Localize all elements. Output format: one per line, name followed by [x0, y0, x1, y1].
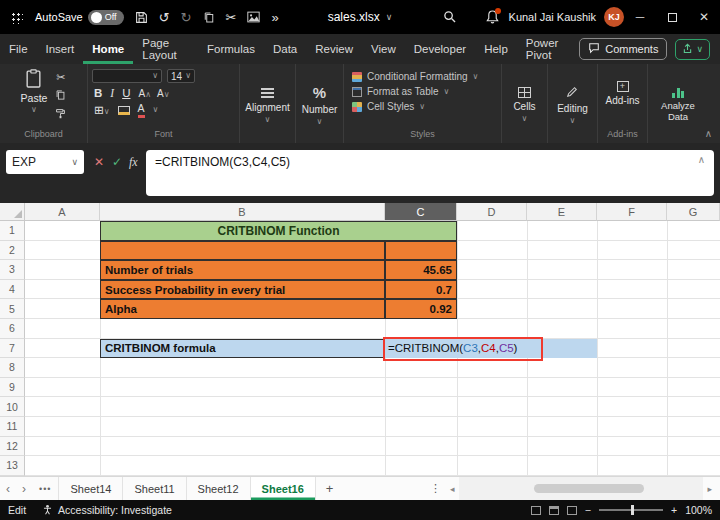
number-button[interactable]: % Number ∨: [302, 84, 338, 126]
cell-b2[interactable]: [100, 241, 385, 261]
font-color-button[interactable]: A: [138, 103, 145, 118]
row-header[interactable]: 6: [0, 319, 25, 339]
sheet-options-kebab-icon[interactable]: ⋮: [430, 482, 441, 495]
user-name[interactable]: Kunal Jai Kaushik: [509, 11, 596, 23]
page-layout-view-icon[interactable]: [549, 506, 559, 515]
column-header-f[interactable]: F: [597, 203, 667, 221]
column-header-c[interactable]: C: [385, 203, 457, 221]
copy-button[interactable]: [55, 89, 66, 103]
autosave-toggle[interactable]: AutoSave Off: [35, 10, 124, 25]
all-sheets-button[interactable]: •••: [32, 484, 58, 494]
cell-c2[interactable]: [385, 241, 457, 261]
row-header[interactable]: 3: [0, 260, 25, 280]
cut-icon[interactable]: ✂: [226, 11, 237, 24]
share-button[interactable]: ∨: [675, 39, 710, 60]
sheet-tab-sheet14[interactable]: Sheet14: [58, 477, 123, 500]
row-header[interactable]: 2: [0, 241, 25, 261]
decrease-font-button[interactable]: A∨: [157, 88, 170, 99]
search-icon[interactable]: [443, 10, 456, 23]
maximize-button[interactable]: [656, 0, 688, 34]
menu-tab-help[interactable]: Help: [475, 34, 517, 64]
save-icon[interactable]: [135, 11, 148, 24]
cell-b3-label[interactable]: Number of trials: [100, 260, 385, 280]
formula-input[interactable]: =CRITBINOM(C3,C4,C5) ∧: [146, 150, 714, 196]
sheet-tab-sheet16[interactable]: Sheet16: [251, 477, 316, 500]
image-icon[interactable]: [247, 11, 260, 23]
copy-icon[interactable]: [203, 11, 215, 24]
name-box[interactable]: EXP ∨: [6, 150, 84, 174]
column-header-b[interactable]: B: [100, 203, 385, 221]
worksheet-grid[interactable]: A B C D E F G 1 2 3 4 5 6 7 8 9 10 11 12…: [0, 203, 720, 476]
fill-color-button[interactable]: [118, 106, 130, 115]
zoom-level[interactable]: 100%: [685, 504, 712, 516]
borders-button[interactable]: ⊞∨: [94, 103, 110, 117]
cell-b5-label[interactable]: Alpha: [100, 299, 385, 319]
document-title[interactable]: sales.xlsx ∨: [328, 0, 393, 34]
prev-sheet-arrow[interactable]: ‹: [0, 482, 16, 496]
editing-button[interactable]: Editing ∨: [557, 86, 588, 125]
row-header[interactable]: 1: [0, 221, 25, 241]
undo-icon[interactable]: ↺: [159, 11, 170, 24]
zoom-slider-thumb[interactable]: [631, 505, 634, 515]
cells-button[interactable]: Cells ∨: [513, 87, 535, 123]
row-header[interactable]: 4: [0, 280, 25, 300]
collapse-formula-bar-icon[interactable]: ∧: [698, 154, 705, 165]
addins-button[interactable]: + Add-ins: [606, 81, 640, 106]
row-header[interactable]: 10: [0, 397, 25, 417]
next-sheet-arrow[interactable]: ›: [16, 482, 32, 496]
cell-b1-title[interactable]: CRITBINOM Function: [100, 221, 457, 241]
insert-function-button[interactable]: fx: [129, 156, 138, 168]
paste-button[interactable]: Paste ∨: [21, 69, 48, 121]
zoom-slider[interactable]: [599, 509, 663, 511]
collapse-ribbon-icon[interactable]: ∧: [705, 128, 712, 139]
accessibility-status[interactable]: Accessibility: Investigate: [42, 504, 172, 517]
normal-view-icon[interactable]: [531, 506, 541, 515]
menu-tab-developer[interactable]: Developer: [405, 34, 475, 64]
cell-c3-value[interactable]: 45.65: [385, 260, 457, 280]
zoom-in-button[interactable]: +: [671, 504, 677, 516]
scrollbar-thumb[interactable]: [534, 484, 644, 493]
row-header[interactable]: 12: [0, 437, 25, 457]
cell-b4-label[interactable]: Success Probability in every trial: [100, 280, 385, 300]
enter-entry-button[interactable]: ✓: [112, 156, 122, 168]
menu-tab-insert[interactable]: Insert: [37, 34, 84, 64]
column-header-d[interactable]: D: [457, 203, 527, 221]
comments-button[interactable]: Comments: [579, 38, 667, 60]
format-as-table-button[interactable]: Format as Table ∨: [348, 84, 449, 99]
avatar[interactable]: KJ: [604, 7, 624, 27]
redo-icon[interactable]: ↻: [181, 11, 192, 24]
cut-button[interactable]: ✂: [56, 71, 65, 84]
underline-button[interactable]: U: [122, 87, 130, 99]
sheet-tab-sheet12[interactable]: Sheet12: [187, 477, 251, 500]
scroll-left-arrow[interactable]: ◂: [446, 484, 459, 494]
horizontal-scrollbar[interactable]: ◂ ▸: [446, 477, 716, 500]
row-header[interactable]: 9: [0, 378, 25, 398]
row-header[interactable]: 8: [0, 358, 25, 378]
sheet-tab-sheet11[interactable]: Sheet11: [123, 477, 186, 500]
autosave-switch[interactable]: Off: [88, 10, 124, 25]
menu-tab-formulas[interactable]: Formulas: [198, 34, 264, 64]
scrollbar-track[interactable]: [459, 477, 704, 500]
conditional-formatting-button[interactable]: Conditional Formatting ∨: [348, 69, 478, 84]
close-button[interactable]: ✕: [688, 0, 720, 34]
menu-tab-page-layout[interactable]: Page Layout: [133, 34, 198, 64]
row-header[interactable]: 5: [0, 299, 25, 319]
column-header-e[interactable]: E: [527, 203, 597, 221]
menu-tab-data[interactable]: Data: [264, 34, 306, 64]
menu-tab-review[interactable]: Review: [306, 34, 362, 64]
cell-c5-value[interactable]: 0.92: [385, 299, 457, 319]
column-header-a[interactable]: A: [25, 203, 100, 221]
bold-button[interactable]: B: [94, 87, 102, 99]
font-size-dropdown[interactable]: 14 ∨: [167, 69, 195, 83]
analyze-data-button[interactable]: Analyze Data: [655, 88, 701, 123]
cell-b7-label[interactable]: CRITBINOM formula: [100, 339, 385, 359]
cell-styles-button[interactable]: Cell Styles ∨: [348, 99, 425, 114]
scroll-right-arrow[interactable]: ▸: [703, 484, 716, 494]
row-header[interactable]: 7: [0, 339, 25, 359]
menu-tab-file[interactable]: File: [0, 34, 37, 64]
select-all-corner[interactable]: [0, 203, 25, 221]
italic-button[interactable]: I: [110, 87, 114, 99]
cell-c4-value[interactable]: 0.7: [385, 280, 457, 300]
menu-tab-power-pivot[interactable]: Power Pivot: [517, 34, 579, 64]
quick-access-more-icon[interactable]: »: [271, 11, 278, 24]
